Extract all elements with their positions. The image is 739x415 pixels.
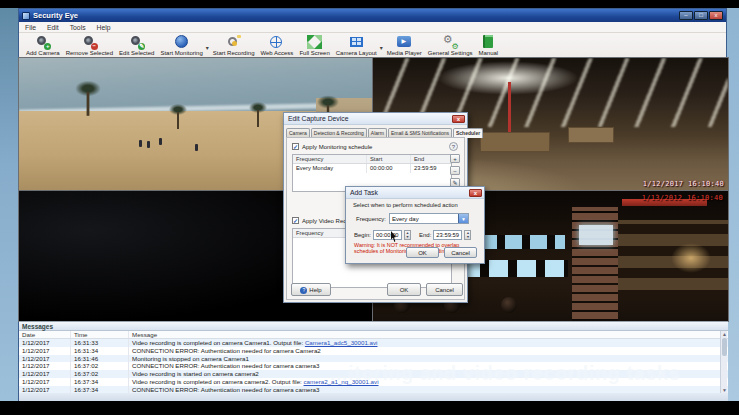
letterbox-bottom [0, 401, 739, 415]
general-settings-button[interactable]: ⚙⚙ General Settings [425, 34, 476, 58]
video-caption-watermark: ...itoring and video recording tasks [330, 362, 680, 385]
tab-camera[interactable]: Camera [286, 128, 310, 137]
apply-recording-checkbox[interactable]: ✓ [292, 217, 299, 224]
add-task-close-icon[interactable]: x [469, 189, 482, 197]
edit-dialog-close-icon[interactable]: x [452, 115, 465, 123]
help-button[interactable]: ?Help [291, 283, 331, 296]
tab-detection-recording[interactable]: Detection & Recording [311, 128, 367, 137]
end-time-field[interactable]: 23:59:59 [433, 230, 462, 240]
messages-header-row: Date Time Message [19, 331, 728, 339]
add-camera-icon: + [35, 35, 50, 49]
edit-selected-button[interactable]: ✎ Edit Selected [116, 34, 157, 58]
output-file-link[interactable]: Camera1_adc5_30001.avi [305, 339, 378, 346]
message-date: 1/12/2017 [19, 370, 71, 378]
message-time: 16:37:02 [71, 362, 129, 370]
maximize-button[interactable]: □ [694, 11, 708, 20]
start-recording-icon [226, 35, 241, 49]
column-header-date[interactable]: Date [19, 331, 71, 338]
message-time: 16:31:34 [71, 347, 129, 355]
end-label: End: [419, 232, 431, 238]
apply-monitoring-checkbox[interactable]: ✓ [292, 143, 299, 150]
schedule-row[interactable]: Every Monday 00:00:00 23:59:59 [293, 164, 451, 173]
edit-dialog-tabs: Camera Detection & Recording Alarm Email… [286, 126, 465, 137]
add-task-cancel-button[interactable]: Cancel [444, 247, 477, 258]
web-access-button[interactable]: Web Access [257, 34, 296, 58]
frequency-row: Frequency: Every day ▼ [356, 213, 469, 224]
edit-camera-icon: ✎ [129, 35, 144, 49]
cafe-bright-screen [579, 225, 613, 245]
window-titlebar[interactable]: Security Eye – □ x [19, 9, 726, 22]
media-player-button[interactable]: ▶ Media Player [384, 34, 425, 58]
start-recording-button[interactable]: Start Recording [210, 34, 258, 58]
letterbox-top [0, 0, 739, 8]
menu-edit[interactable]: Edit [47, 24, 59, 31]
remove-schedule-icon[interactable]: − [450, 166, 460, 175]
manual-button[interactable]: Manual [476, 34, 502, 58]
remove-camera-icon: − [82, 35, 97, 49]
frequency-label: Frequency: [356, 216, 386, 222]
scroll-up-icon[interactable]: ▲ [721, 331, 728, 337]
tab-email-sms[interactable]: Email & SMS Notifications [388, 128, 452, 137]
add-camera-button[interactable]: + Add Camera [23, 34, 63, 58]
column-header-message[interactable]: Message [129, 331, 728, 338]
apply-monitoring-row: ✓ Apply Monitoring schedule [292, 143, 372, 150]
add-schedule-icon[interactable]: + [450, 154, 460, 163]
edit-dialog-titlebar[interactable]: Edit Capture Device x [284, 113, 467, 125]
message-date: 1/12/2017 [19, 355, 71, 363]
menu-tools[interactable]: Tools [70, 24, 86, 31]
globe-icon [269, 35, 284, 49]
layout-dropdown-icon[interactable]: ▾ [380, 44, 383, 51]
begin-spinner[interactable]: ▲▼ [404, 230, 411, 240]
garage-crate [568, 127, 614, 143]
scrollbar-thumb[interactable] [722, 338, 727, 356]
full-screen-button[interactable]: Full Screen [296, 34, 332, 58]
add-task-dialog: Add Task x Select when to perform schedu… [345, 186, 485, 264]
end-spinner[interactable]: ▲▼ [464, 230, 471, 240]
message-date: 1/12/2017 [19, 362, 71, 370]
edit-dialog-cancel-button[interactable]: Cancel [426, 283, 463, 296]
cafe-stool [501, 297, 517, 313]
begin-label: Begin: [354, 232, 371, 238]
add-task-body: Select when to perform scheduled action … [348, 199, 482, 261]
message-date: 1/12/2017 [19, 339, 71, 347]
screen: Security Eye – □ x File Edit Tools Help … [0, 0, 739, 415]
menu-file[interactable]: File [25, 24, 36, 31]
cafe-warm-light [671, 243, 711, 273]
chevron-down-icon[interactable]: ▼ [458, 214, 468, 223]
media-player-icon: ▶ [397, 35, 412, 49]
column-header-time[interactable]: Time [71, 331, 129, 338]
schedule-frequency: Every Monday [293, 164, 367, 173]
edit-dialog-ok-button[interactable]: OK [387, 283, 421, 296]
header-frequency: Frequency [293, 155, 367, 163]
header-end: End [411, 155, 451, 163]
message-time: 16:31:33 [71, 339, 129, 347]
tab-alarm[interactable]: Alarm [368, 128, 387, 137]
minimize-button[interactable]: – [679, 11, 693, 20]
add-task-ok-button[interactable]: OK [406, 247, 439, 258]
schedule-end: 23:59:59 [411, 164, 451, 173]
message-date: 1/12/2017 [19, 378, 71, 386]
frequency-select[interactable]: Every day ▼ [389, 213, 469, 224]
start-monitoring-button[interactable]: Start Monitoring [157, 34, 205, 58]
remove-selected-button[interactable]: − Remove Selected [63, 34, 116, 58]
messages-panel-title: Messages [19, 322, 728, 331]
time-range-row: Begin: 00:00:00 ▲▼ End: 23:59:59 ▲▼ [354, 230, 471, 240]
message-row[interactable]: 1/12/2017 16:31:34 CONNECTION ERROR: Aut… [19, 347, 728, 355]
messages-scrollbar[interactable]: ▲ ▼ [720, 331, 727, 393]
header-start: Start [367, 155, 411, 163]
camera-2-timestamp: 1/12/2017 16:10:40 [643, 180, 724, 188]
monitoring-dropdown-icon[interactable]: ▾ [206, 44, 209, 51]
pedestrian [147, 141, 150, 148]
message-time: 16:37:34 [71, 378, 129, 386]
close-button[interactable]: x [709, 11, 723, 20]
add-task-titlebar[interactable]: Add Task x [346, 187, 484, 199]
desktop-background-left [0, 8, 18, 401]
start-monitoring-icon [174, 35, 189, 49]
message-date: 1/12/2017 [19, 347, 71, 355]
window-title: Security Eye [33, 11, 78, 20]
message-row[interactable]: 1/12/2017 16:31:33 Video recording is co… [19, 339, 728, 347]
begin-time-field[interactable]: 00:00:00 [373, 230, 402, 240]
menu-help[interactable]: Help [97, 24, 111, 31]
help-question-icon[interactable]: ? [449, 142, 458, 151]
camera-layout-button[interactable]: Camera Layout [333, 34, 380, 58]
